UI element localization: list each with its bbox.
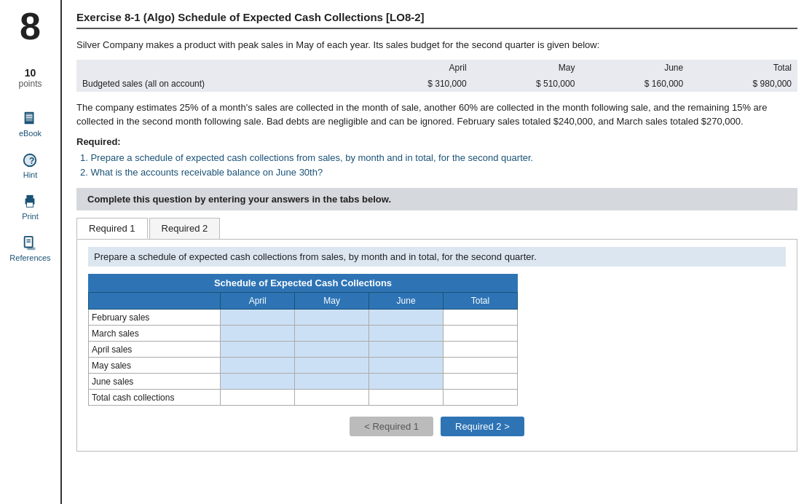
apr-may-cell[interactable] xyxy=(295,342,369,358)
jun-june-cell[interactable] xyxy=(369,374,444,390)
print-icon xyxy=(22,194,38,210)
table-row: February sales xyxy=(89,310,518,326)
jun-total-input[interactable] xyxy=(446,377,514,387)
tab-required1[interactable]: Required 1 xyxy=(76,218,148,239)
total-total-cell[interactable] xyxy=(444,390,518,406)
required-section: Required: 1. Prepare a schedule of expec… xyxy=(76,136,797,181)
mar-may-cell[interactable] xyxy=(295,326,369,342)
main-content: Exercise 8-1 (Algo) Schedule of Expected… xyxy=(62,0,812,504)
sidebar-item-ebook[interactable]: eBook xyxy=(19,111,42,138)
budget-table: April May June Total Budgeted sales (all… xyxy=(76,60,797,92)
budget-june: $ 160,000 xyxy=(580,76,689,92)
budget-row: Budgeted sales (all on account) $ 310,00… xyxy=(76,76,797,92)
row-label-feb: February sales xyxy=(89,310,221,326)
may-april-cell[interactable] xyxy=(221,358,295,374)
mar-may-input[interactable] xyxy=(298,328,366,339)
feb-may-input[interactable] xyxy=(298,312,366,323)
jun-total-cell[interactable] xyxy=(444,374,518,390)
mar-june-cell[interactable] xyxy=(369,326,444,342)
tab-required2[interactable]: Required 2 xyxy=(149,218,221,239)
mar-april-cell[interactable] xyxy=(221,326,295,342)
sidebar-icons: eBook ? Hint Print xyxy=(9,111,50,262)
feb-april-input[interactable] xyxy=(224,312,291,323)
sched-col-may: May xyxy=(295,293,369,310)
may-total-input[interactable] xyxy=(446,361,514,371)
sched-col-total: Total xyxy=(444,293,518,310)
sidebar-item-hint[interactable]: ? Hint xyxy=(22,152,38,179)
jun-april-cell[interactable] xyxy=(221,374,295,390)
feb-total-cell[interactable] xyxy=(444,310,518,326)
may-april-input[interactable] xyxy=(224,361,291,371)
question-number: 8 xyxy=(20,7,41,45)
feb-april-cell[interactable] xyxy=(221,310,295,326)
table-row: March sales xyxy=(89,326,518,342)
row-label-total: Total cash collections xyxy=(89,390,221,406)
apr-total-input[interactable] xyxy=(446,344,514,355)
total-june-cell[interactable] xyxy=(369,390,444,406)
required-items: 1. Prepare a schedule of expected cash c… xyxy=(80,151,797,181)
sidebar-item-print[interactable]: Print xyxy=(22,194,39,221)
may-may-cell[interactable] xyxy=(295,358,369,374)
mar-june-input[interactable] xyxy=(372,328,440,339)
tab-content: Prepare a schedule of expected cash coll… xyxy=(76,240,797,452)
apr-april-cell[interactable] xyxy=(221,342,295,358)
jun-may-input[interactable] xyxy=(298,377,366,387)
sched-col-empty xyxy=(89,293,221,310)
mar-total-input[interactable] xyxy=(446,328,514,339)
description-text: The company estimates 25% of a month's s… xyxy=(76,101,797,129)
jun-april-input[interactable] xyxy=(224,377,291,387)
sidebar-item-references[interactable]: References xyxy=(9,235,50,262)
feb-june-cell[interactable] xyxy=(369,310,444,326)
feb-june-input[interactable] xyxy=(372,312,440,323)
total-total-input[interactable] xyxy=(446,393,514,403)
row-label-apr: April sales xyxy=(89,342,221,358)
feb-total-input[interactable] xyxy=(446,312,514,323)
left-panel: 8 10 points eBook ? xyxy=(0,0,62,504)
bottom-nav: < Required 1 Required 2 > xyxy=(88,417,786,444)
table-row: June sales xyxy=(89,374,518,390)
may-total-cell[interactable] xyxy=(444,358,518,374)
ebook-label: eBook xyxy=(19,129,42,138)
prev-button[interactable]: < Required 1 xyxy=(350,417,433,436)
apr-april-input[interactable] xyxy=(224,344,291,355)
jun-may-cell[interactable] xyxy=(295,374,369,390)
table-row: May sales xyxy=(89,358,518,374)
required-item-1: 1. Prepare a schedule of expected cash c… xyxy=(80,151,797,166)
complete-banner: Complete this question by entering your … xyxy=(76,188,797,210)
apr-may-input[interactable] xyxy=(298,344,366,355)
schedule-table: April May June Total February sales xyxy=(88,292,518,406)
budget-april: $ 310,000 xyxy=(364,76,473,92)
budget-label: Budgeted sales (all on account) xyxy=(76,76,364,92)
row-label-mar: March sales xyxy=(89,326,221,342)
total-april-input[interactable] xyxy=(224,393,291,403)
budget-col-june: June xyxy=(580,60,689,76)
prev-button-label: < Required 1 xyxy=(364,421,419,432)
total-june-input[interactable] xyxy=(372,393,440,403)
jun-june-input[interactable] xyxy=(372,377,440,387)
total-may-input[interactable] xyxy=(298,393,366,403)
exercise-title: Exercise 8-1 (Algo) Schedule of Expected… xyxy=(76,11,797,29)
may-june-cell[interactable] xyxy=(369,358,444,374)
apr-june-input[interactable] xyxy=(372,344,440,355)
schedule-title: Schedule of Expected Cash Collections xyxy=(88,274,518,292)
table-row-total: Total cash collections xyxy=(89,390,518,406)
total-april-cell[interactable] xyxy=(221,390,295,406)
svg-rect-8 xyxy=(27,202,33,207)
hint-icon: ? xyxy=(22,152,38,168)
total-may-cell[interactable] xyxy=(295,390,369,406)
feb-may-cell[interactable] xyxy=(295,310,369,326)
svg-text:?: ? xyxy=(30,156,35,166)
next-button[interactable]: Required 2 > xyxy=(441,417,524,436)
budget-total: $ 980,000 xyxy=(689,76,797,92)
apr-total-cell[interactable] xyxy=(444,342,518,358)
budget-col-may: May xyxy=(473,60,581,76)
points-value: 10 xyxy=(18,67,42,79)
budget-may: $ 510,000 xyxy=(473,76,581,92)
mar-april-input[interactable] xyxy=(224,328,291,339)
may-june-input[interactable] xyxy=(372,361,440,371)
budget-col-empty xyxy=(76,60,364,76)
mar-total-cell[interactable] xyxy=(444,326,518,342)
may-may-input[interactable] xyxy=(298,361,366,371)
references-icon xyxy=(22,235,38,251)
apr-june-cell[interactable] xyxy=(369,342,444,358)
